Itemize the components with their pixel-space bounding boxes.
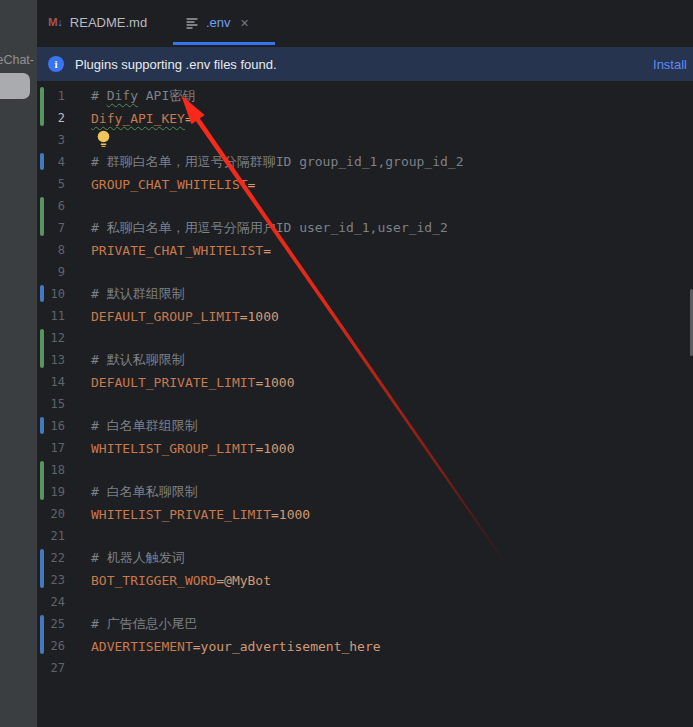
code-text[interactable]: WHITELIST_GROUP_LIMIT=1000	[91, 441, 295, 456]
code-text[interactable]: WHITELIST_PRIVATE_LIMIT=1000	[91, 507, 310, 522]
env-value: =your_advertisement_here	[193, 639, 381, 654]
code-text[interactable]: # 私聊白名单，用逗号分隔用户ID user_id_1,user_id_2	[91, 219, 448, 237]
gutter-change-marker-modified[interactable]	[40, 417, 44, 434]
code-line-7[interactable]: 7# 私聊白名单，用逗号分隔用户ID user_id_1,user_id_2	[37, 217, 693, 239]
code-line-9[interactable]: 9	[37, 261, 693, 283]
code-editor[interactable]: 1# Dify API密钥2Dify_API_KEY=34# 群聊白名单，用逗号…	[37, 81, 693, 679]
close-tab-icon[interactable]: ×	[241, 16, 249, 30]
code-text[interactable]: ADVERTISEMENT=your_advertisement_here	[91, 639, 381, 654]
env-key: DEFAULT_GROUP_LIMIT	[91, 309, 240, 324]
editor-tab-bar: M↓ README.md .env ×	[37, 0, 693, 45]
code-line-19[interactable]: 19# 白名单私聊限制	[37, 481, 693, 503]
intention-lightbulb-icon[interactable]	[96, 137, 111, 152]
line-number[interactable]: 9	[37, 265, 65, 279]
code-line-11[interactable]: 11DEFAULT_GROUP_LIMIT=1000	[37, 305, 693, 327]
code-text[interactable]: # 默认私聊限制	[91, 351, 185, 369]
active-tab-indicator	[173, 42, 275, 45]
code-line-4[interactable]: 4# 群聊白名单，用逗号分隔群聊ID group_id_1,group_id_2	[37, 151, 693, 173]
env-value: =1000	[240, 309, 279, 324]
markdown-icon: M↓	[48, 17, 63, 29]
code-text[interactable]: # Dify API密钥	[91, 87, 195, 105]
code-line-23[interactable]: 23BOT_TRIGGER_WORD=@MyBot	[37, 569, 693, 591]
code-line-6[interactable]: 6	[37, 195, 693, 217]
code-text[interactable]: # 广告信息小尾巴	[91, 615, 198, 633]
code-line-18[interactable]: 18	[37, 459, 693, 481]
env-value: =1000	[255, 441, 294, 456]
code-line-17[interactable]: 17WHITELIST_GROUP_LIMIT=1000	[37, 437, 693, 459]
gutter-change-marker-modified[interactable]	[40, 615, 44, 654]
line-number[interactable]: 27	[37, 661, 65, 675]
code-line-21[interactable]: 21	[37, 525, 693, 547]
line-number[interactable]: 3	[37, 133, 65, 147]
line-number[interactable]: 21	[37, 529, 65, 543]
code-line-20[interactable]: 20WHITELIST_PRIVATE_LIMIT=1000	[37, 503, 693, 525]
gutter-change-marker-added[interactable]	[40, 197, 44, 236]
gutter-change-marker-added[interactable]	[40, 87, 44, 126]
line-number[interactable]: 14	[37, 375, 65, 389]
env-value: =1000	[255, 375, 294, 390]
code-line-3[interactable]: 3	[37, 129, 693, 151]
code-text[interactable]: # 默认群组限制	[91, 285, 185, 303]
project-tree-item-clipped[interactable]: eChat-	[0, 53, 34, 67]
code-line-26[interactable]: 26ADVERTISEMENT=your_advertisement_here	[37, 635, 693, 657]
env-key: DEFAULT_PRIVATE_LIMIT	[91, 375, 255, 390]
code-text[interactable]: DEFAULT_PRIVATE_LIMIT=1000	[91, 375, 295, 390]
gutter-change-marker-added[interactable]	[40, 461, 44, 500]
project-panel-sliver[interactable]: eChat-	[0, 0, 37, 727]
code-line-1[interactable]: 1# Dify API密钥	[37, 85, 693, 107]
env-key: GROUP_CHAT_WHITELIST	[91, 177, 248, 192]
tab-readme-md[interactable]: M↓ README.md	[37, 0, 173, 45]
code-line-2[interactable]: 2Dify_API_KEY=	[37, 107, 693, 129]
code-line-5[interactable]: 5GROUP_CHAT_WHITELIST=	[37, 173, 693, 195]
info-icon: i	[48, 56, 64, 72]
code-line-12[interactable]: 12	[37, 327, 693, 349]
env-key: WHITELIST_PRIVATE_LIMIT	[91, 507, 271, 522]
gutter-change-marker-modified[interactable]	[40, 549, 44, 588]
code-line-24[interactable]: 24	[37, 591, 693, 613]
panel-fragment	[0, 73, 30, 99]
code-text[interactable]: DEFAULT_GROUP_LIMIT=1000	[91, 309, 279, 324]
code-text[interactable]: # 群聊白名单，用逗号分隔群聊ID group_id_1,group_id_2	[91, 153, 464, 171]
code-line-25[interactable]: 25# 广告信息小尾巴	[37, 613, 693, 635]
editor-notification-banner: i Plugins supporting .env files found. I…	[37, 47, 693, 81]
gutter-change-marker-modified[interactable]	[40, 285, 44, 302]
code-text[interactable]: BOT_TRIGGER_WORD=@MyBot	[91, 573, 271, 588]
code-text[interactable]: PRIVATE_CHAT_WHITELIST=	[91, 243, 271, 258]
env-value: =@MyBot	[216, 573, 271, 588]
tab-label: README.md	[70, 15, 147, 30]
env-value: =	[185, 111, 193, 126]
code-line-16[interactable]: 16# 白名单群组限制	[37, 415, 693, 437]
code-text[interactable]: # 机器人触发词	[91, 549, 185, 567]
line-number[interactable]: 24	[37, 595, 65, 609]
code-line-8[interactable]: 8PRIVATE_CHAT_WHITELIST=	[37, 239, 693, 261]
env-key: ADVERTISEMENT	[91, 639, 193, 654]
ide-window: eChat- M↓ README.md	[0, 0, 693, 727]
code-line-14[interactable]: 14DEFAULT_PRIVATE_LIMIT=1000	[37, 371, 693, 393]
code-text[interactable]: Dify_API_KEY=	[91, 111, 193, 126]
line-number[interactable]: 15	[37, 397, 65, 411]
code-text[interactable]: # 白名单私聊限制	[91, 483, 198, 501]
code-line-27[interactable]: 27	[37, 657, 693, 679]
editor-column: M↓ README.md .env ×	[37, 0, 693, 727]
code-line-10[interactable]: 10# 默认群组限制	[37, 283, 693, 305]
code-text[interactable]: GROUP_CHAT_WHITELIST=	[91, 177, 255, 192]
code-line-15[interactable]: 15	[37, 393, 693, 415]
tab-env[interactable]: .env ×	[173, 0, 275, 45]
install-plugins-link[interactable]: Install	[653, 57, 688, 72]
code-text[interactable]	[91, 129, 106, 151]
line-number[interactable]: 5	[37, 177, 65, 191]
code-line-13[interactable]: 13# 默认私聊限制	[37, 349, 693, 371]
env-value: =	[248, 177, 256, 192]
env-key: BOT_TRIGGER_WORD	[91, 573, 216, 588]
env-key: WHITELIST_GROUP_LIMIT	[91, 441, 255, 456]
code-lines: 1# Dify API密钥2Dify_API_KEY=34# 群聊白名单，用逗号…	[37, 85, 693, 679]
gutter-change-marker-modified[interactable]	[40, 153, 44, 170]
tab-label: .env	[206, 15, 231, 30]
code-text[interactable]: # 白名单群组限制	[91, 417, 198, 435]
gutter-change-marker-added[interactable]	[40, 329, 44, 368]
code-line-22[interactable]: 22# 机器人触发词	[37, 547, 693, 569]
line-number[interactable]: 8	[37, 243, 65, 257]
line-number[interactable]: 20	[37, 507, 65, 521]
line-number[interactable]: 11	[37, 309, 65, 323]
line-number[interactable]: 17	[37, 441, 65, 455]
